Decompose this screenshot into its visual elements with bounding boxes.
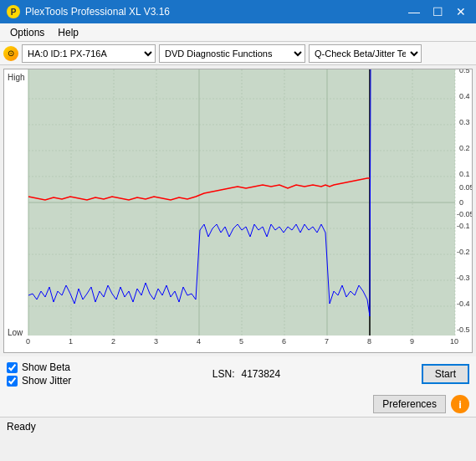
- status-bar: Ready: [0, 417, 476, 435]
- svg-text:0.2: 0.2: [459, 144, 470, 152]
- device-icon: ⊙: [3, 46, 18, 61]
- chart-label-high: High: [8, 73, 25, 82]
- svg-text:7: 7: [325, 337, 329, 346]
- menu-help[interactable]: Help: [51, 25, 85, 40]
- show-beta-checkbox[interactable]: [7, 362, 18, 373]
- svg-text:0.3: 0.3: [459, 118, 470, 126]
- minimize-button[interactable]: —: [406, 5, 422, 18]
- svg-text:0: 0: [26, 337, 30, 346]
- show-jitter-label: Show Jitter: [22, 375, 71, 387]
- svg-text:5: 5: [239, 337, 243, 346]
- preferences-row: Preferences i: [0, 392, 476, 417]
- chart-area: High Low 0.5 0.4 0.3 0.2 0.1 0.05: [3, 69, 473, 353]
- chart-label-low: Low: [8, 328, 23, 337]
- svg-text:6: 6: [282, 337, 286, 346]
- status-text: Ready: [7, 421, 36, 433]
- svg-text:-0.05: -0.05: [457, 210, 472, 218]
- lsn-label: LSN:: [212, 368, 235, 380]
- menu-options[interactable]: Options: [3, 25, 51, 40]
- device-selector[interactable]: HA:0 ID:1 PX-716A: [22, 44, 156, 63]
- info-button[interactable]: i: [451, 395, 469, 413]
- svg-text:-0.4: -0.4: [457, 300, 470, 308]
- preferences-button[interactable]: Preferences: [373, 395, 446, 413]
- toolbar: ⊙ HA:0 ID:1 PX-716A DVD Diagnostic Funct…: [0, 42, 476, 65]
- function-selector[interactable]: DVD Diagnostic Functions: [159, 44, 305, 63]
- lsn-area: LSN: 4173824: [212, 368, 280, 380]
- svg-text:8: 8: [367, 337, 371, 346]
- show-jitter-row: Show Jitter: [7, 375, 71, 387]
- bottom-panel: Show Beta Show Jitter LSN: 4173824 Start: [0, 356, 476, 392]
- title-bar: P PlexTools Professional XL V3.16 — ☐ ✕: [0, 0, 476, 23]
- svg-text:0.1: 0.1: [459, 170, 470, 178]
- svg-text:4: 4: [197, 337, 201, 346]
- show-jitter-checkbox[interactable]: [7, 376, 18, 387]
- window-title: PlexTools Professional XL V3.16: [25, 6, 170, 18]
- svg-text:0.5: 0.5: [459, 69, 470, 74]
- svg-text:0.4: 0.4: [459, 92, 470, 100]
- svg-text:10: 10: [450, 337, 458, 346]
- svg-text:-0.2: -0.2: [457, 248, 470, 256]
- chart-svg: 0.5 0.4 0.3 0.2 0.1 0.05 0 -0.05 -0.1 -0…: [4, 69, 472, 352]
- svg-text:9: 9: [410, 337, 414, 346]
- maximize-button[interactable]: ☐: [429, 5, 446, 18]
- app-icon: P: [7, 5, 20, 18]
- svg-text:-0.1: -0.1: [457, 222, 470, 230]
- svg-text:1: 1: [69, 337, 73, 346]
- menu-bar: Options Help: [0, 23, 476, 42]
- svg-text:0.05: 0.05: [459, 183, 472, 192]
- start-button[interactable]: Start: [422, 364, 469, 384]
- lsn-value: 4173824: [241, 368, 280, 380]
- show-beta-row: Show Beta: [7, 361, 71, 373]
- svg-text:-0.3: -0.3: [457, 274, 470, 282]
- svg-text:3: 3: [154, 337, 158, 346]
- show-beta-label: Show Beta: [22, 361, 70, 373]
- checkboxes-container: Show Beta Show Jitter: [7, 361, 71, 387]
- svg-text:-0.5: -0.5: [457, 325, 470, 334]
- test-selector[interactable]: Q-Check Beta/Jitter Test: [309, 44, 422, 63]
- svg-text:2: 2: [111, 337, 115, 346]
- right-buttons: Start: [422, 364, 469, 384]
- close-button[interactable]: ✕: [453, 5, 469, 18]
- svg-text:0: 0: [459, 198, 463, 207]
